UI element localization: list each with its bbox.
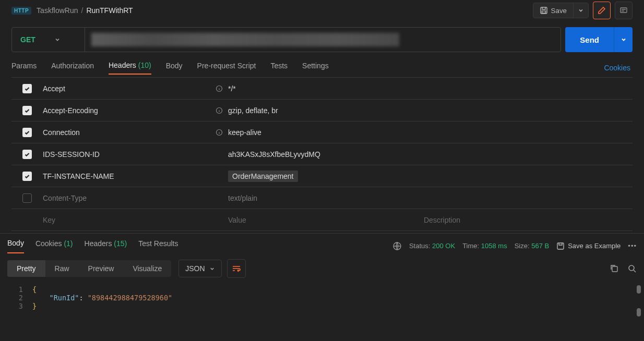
globe-icon[interactable] [392, 241, 402, 251]
chevron-down-icon [621, 36, 627, 43]
header-value[interactable]: */* [228, 84, 424, 93]
tab-authorization[interactable]: Authorization [51, 62, 94, 74]
search-icon[interactable] [627, 264, 637, 273]
line-number: 3 [0, 302, 32, 310]
header-value[interactable]: gzip, deflate, br [228, 106, 424, 115]
format-label: JSON [185, 264, 205, 273]
header-key[interactable]: Accept-Encoding [43, 106, 228, 115]
svg-rect-1 [542, 11, 545, 13]
line-number: 1 [0, 285, 32, 294]
response-tab-cookies[interactable]: Cookies (1) [35, 239, 73, 253]
wrap-icon [232, 265, 241, 272]
header-value[interactable]: keep-alive [228, 128, 424, 137]
response-tab-headers[interactable]: Headers (15) [85, 239, 127, 253]
more-menu[interactable]: ••• [628, 242, 637, 250]
table-row: TF-INSTANCE-NAMEOrderManagement [11, 165, 633, 187]
headers-table: Accept*/*Accept-Encodinggzip, deflate, b… [11, 77, 633, 231]
breadcrumb-sep: / [81, 6, 83, 15]
header-value-placeholder[interactable]: Value [228, 216, 424, 224]
tab-body[interactable]: Body [166, 62, 183, 74]
send-button[interactable]: Send [565, 27, 614, 52]
tab-headers[interactable]: Headers (10) [109, 61, 151, 75]
scrollbar-thumb[interactable] [637, 308, 641, 316]
tab-headers-count: (10) [138, 61, 151, 69]
header-key[interactable]: Accept [43, 84, 228, 93]
chevron-down-icon [578, 7, 584, 14]
save-example-label: Save as Example [568, 242, 621, 250]
view-pretty[interactable]: Pretty [7, 260, 45, 277]
header-desc-placeholder[interactable]: Description [424, 216, 633, 224]
header-key-placeholder[interactable]: Key [43, 216, 228, 224]
header-value[interactable]: OrderManagement [228, 170, 424, 182]
table-row: Connectionkeep-alive [11, 121, 633, 143]
save-as-example[interactable]: Save as Example [556, 242, 621, 250]
line-number: 2 [0, 294, 32, 302]
scrollbar-thumb[interactable] [637, 285, 641, 294]
breadcrumb-parent[interactable]: TaskflowRun [37, 6, 78, 15]
header-key[interactable]: TF-INSTANCE-NAME [43, 172, 228, 180]
status-meta: Status: 200 OK [409, 242, 455, 250]
size-meta: Size: 567 B [515, 242, 550, 250]
tab-headers-label: Headers [109, 61, 136, 69]
info-icon[interactable] [216, 107, 223, 114]
tab-settings[interactable]: Settings [302, 62, 329, 74]
response-headers-count: (15) [114, 239, 127, 248]
header-key[interactable]: IDS-SESSION-ID [43, 150, 228, 159]
header-checkbox[interactable] [22, 150, 32, 159]
copy-icon[interactable] [610, 264, 619, 273]
response-tab-body[interactable]: Body [7, 239, 24, 253]
svg-rect-8 [612, 266, 617, 272]
breadcrumb-current[interactable]: RunTFWithRT [86, 6, 133, 15]
svg-point-9 [629, 265, 634, 271]
method-label: GET [20, 35, 35, 44]
save-dropdown[interactable] [573, 3, 589, 18]
time-meta: Time: 1058 ms [462, 242, 507, 250]
comment-icon [619, 6, 628, 15]
cookies-link[interactable]: Cookies [604, 64, 630, 72]
response-cookies-label: Cookies [35, 239, 62, 248]
method-select[interactable]: GET [12, 28, 85, 52]
response-cookies-count: (1) [64, 239, 73, 248]
save-icon [556, 242, 565, 250]
url-input[interactable] [85, 28, 560, 52]
info-icon[interactable] [216, 85, 223, 92]
save-label: Save [551, 7, 567, 15]
response-tab-testresults[interactable]: Test Results [138, 239, 178, 253]
http-badge: HTTP [11, 7, 31, 15]
view-raw[interactable]: Raw [45, 260, 79, 277]
chevron-down-icon [54, 36, 61, 43]
tab-prerequest[interactable]: Pre-request Script [197, 62, 256, 74]
wrap-toggle[interactable] [227, 259, 246, 278]
tab-params[interactable]: Params [11, 62, 37, 74]
view-preview[interactable]: Preview [79, 260, 124, 277]
header-value[interactable]: ah3KASxJ8sXfbeBLyvydMQ [228, 150, 424, 159]
header-key[interactable]: Content-Type [43, 194, 228, 202]
header-checkbox[interactable] [22, 84, 32, 93]
send-dropdown[interactable] [614, 27, 633, 52]
info-icon[interactable] [216, 129, 223, 136]
header-checkbox[interactable] [22, 106, 32, 115]
pencil-icon [598, 6, 606, 15]
header-checkbox[interactable] [22, 193, 32, 203]
comment-button[interactable] [615, 2, 633, 19]
header-key[interactable]: Connection [43, 128, 228, 137]
header-value[interactable]: text/plain [228, 194, 424, 202]
response-body-code[interactable]: 1 { 2 "RunId": "898442988479528960" 3 } [0, 283, 644, 312]
save-icon [540, 6, 548, 15]
header-checkbox[interactable] [22, 172, 32, 181]
edit-button[interactable] [593, 2, 611, 19]
tab-tests[interactable]: Tests [270, 62, 288, 74]
url-blurred [91, 33, 399, 46]
svg-rect-7 [557, 243, 564, 249]
table-row: IDS-SESSION-IDah3KASxJ8sXfbeBLyvydMQ [11, 143, 633, 165]
svg-rect-2 [621, 8, 627, 13]
table-row: Accept*/* [11, 78, 633, 100]
header-checkbox[interactable] [22, 128, 32, 137]
table-row: Accept-Encodinggzip, deflate, br [11, 100, 633, 121]
table-row: KeyValueDescription [11, 209, 633, 231]
format-select[interactable]: JSON [178, 260, 221, 277]
table-row: Content-Typetext/plain [11, 187, 633, 209]
save-button[interactable]: Save [533, 3, 574, 18]
view-visualize[interactable]: Visualize [123, 260, 171, 277]
chevron-down-icon [209, 266, 215, 272]
